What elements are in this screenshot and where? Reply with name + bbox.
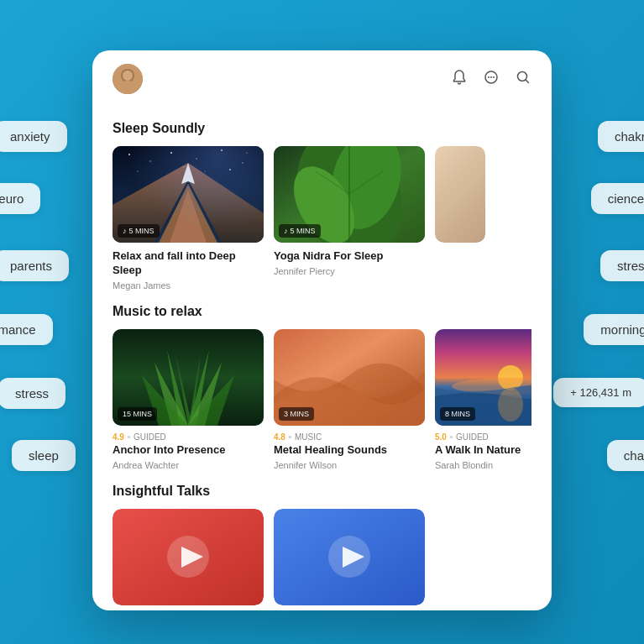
media-card-anchor[interactable]: 15 MINS 4.9 GUIDED Anchor Into Presence … bbox=[113, 329, 264, 470]
svg-point-5 bbox=[488, 76, 490, 78]
svg-point-11 bbox=[149, 160, 151, 162]
media-type-3: GUIDED bbox=[456, 432, 489, 442]
note-icon-1: ♪ bbox=[123, 227, 127, 235]
insightful-talks-row bbox=[113, 509, 531, 610]
media-meta-3: 5.0 GUIDED bbox=[435, 432, 531, 442]
thumb-waves: 3 MINS bbox=[274, 329, 425, 426]
svg-point-45 bbox=[498, 388, 523, 421]
media-meta-2: 4.8 MUSIC bbox=[274, 432, 425, 442]
duration-badge-1: ♪ 5 MINS bbox=[118, 224, 160, 238]
thumb-partial-1 bbox=[435, 146, 485, 243]
bell-icon[interactable] bbox=[451, 69, 468, 90]
media-author-5: Sarah Blondin bbox=[435, 460, 531, 470]
svg-point-20 bbox=[229, 169, 231, 170]
thumb-sunset: 8 MINS bbox=[435, 329, 531, 426]
svg-point-15 bbox=[242, 162, 243, 164]
svg-point-19 bbox=[204, 170, 205, 171]
music-relax-title: Music to relax bbox=[113, 304, 531, 319]
sleep-soundly-title: Sleep Soundly bbox=[113, 121, 531, 136]
media-type-1: GUIDED bbox=[134, 432, 166, 442]
media-card-partial-1[interactable] bbox=[435, 146, 531, 291]
media-title-3: Anchor Into Presence bbox=[113, 443, 264, 458]
media-meta-1: 4.9 GUIDED bbox=[113, 432, 264, 442]
thumb-talk-1 bbox=[113, 509, 264, 605]
rating-3: 5.0 bbox=[435, 432, 447, 442]
main-card: Sleep Soundly bbox=[92, 50, 552, 610]
search-icon[interactable] bbox=[515, 69, 531, 90]
media-title-1: Relax and fall into Deep Sleep bbox=[113, 249, 264, 278]
media-card-talk-1[interactable] bbox=[113, 509, 264, 610]
media-card-yoga-nidra[interactable]: ♪ 5 MINS Yoga Nidra For Sleep Jennifer P… bbox=[274, 146, 425, 291]
sleep-soundly-row: ♪ 5 MINS Relax and fall into Deep Sleep … bbox=[113, 146, 531, 291]
svg-marker-24 bbox=[181, 163, 195, 184]
avatar[interactable] bbox=[113, 64, 143, 94]
card-content[interactable]: Sleep Soundly bbox=[92, 101, 552, 610]
svg-point-12 bbox=[170, 152, 172, 154]
duration-badge-4: 3 MINS bbox=[279, 407, 314, 421]
svg-point-6 bbox=[490, 76, 492, 78]
svg-point-17 bbox=[137, 170, 138, 171]
media-author-1: Megan James bbox=[113, 280, 264, 291]
meta-dot-2 bbox=[289, 436, 291, 438]
media-author-4: Jennifer Wilson bbox=[274, 460, 425, 470]
duration-badge-5: 8 MINS bbox=[440, 407, 475, 421]
svg-point-7 bbox=[493, 76, 495, 78]
card-header bbox=[92, 50, 552, 101]
media-type-2: MUSIC bbox=[295, 432, 322, 442]
meta-dot-1 bbox=[128, 436, 130, 438]
svg-point-8 bbox=[518, 71, 527, 81]
thumb-plants: 15 MINS bbox=[113, 329, 264, 426]
media-author-3: Andrea Wachter bbox=[113, 460, 264, 470]
message-icon[interactable] bbox=[483, 69, 500, 90]
svg-point-14 bbox=[221, 149, 223, 151]
media-card-talk-2[interactable] bbox=[274, 509, 425, 610]
svg-marker-22 bbox=[159, 184, 217, 243]
svg-point-18 bbox=[183, 166, 185, 168]
media-title-2: Yoga Nidra For Sleep bbox=[274, 249, 425, 264]
duration-badge-3: 15 MINS bbox=[118, 407, 157, 421]
meta-dot-3 bbox=[450, 436, 453, 438]
header-icons bbox=[451, 69, 531, 90]
svg-point-3 bbox=[123, 71, 133, 81]
media-card-metal[interactable]: 3 MINS 4.8 MUSIC Metal Healing Sounds Je… bbox=[274, 329, 425, 470]
media-card-relax-sleep[interactable]: ♪ 5 MINS Relax and fall into Deep Sleep … bbox=[113, 146, 264, 291]
thumb-talk-2 bbox=[274, 509, 425, 605]
insightful-talks-title: Insightful Talks bbox=[113, 484, 531, 499]
duration-badge-2: ♪ 5 MINS bbox=[279, 224, 321, 238]
svg-point-10 bbox=[128, 154, 130, 155]
rating-1: 4.9 bbox=[113, 432, 124, 442]
media-title-5: A Walk In Nature bbox=[435, 443, 531, 458]
media-title-4: Metal Healing Sounds bbox=[274, 443, 425, 458]
music-relax-row: 15 MINS 4.9 GUIDED Anchor Into Presence … bbox=[113, 329, 531, 470]
media-card-nature[interactable]: 8 MINS 5.0 GUIDED A Walk In Nature Sarah… bbox=[435, 329, 531, 470]
thumb-leaf: ♪ 5 MINS bbox=[274, 146, 425, 243]
thumb-mountain: ♪ 5 MINS bbox=[113, 146, 264, 243]
note-icon-2: ♪ bbox=[284, 227, 288, 235]
svg-point-16 bbox=[246, 152, 247, 153]
svg-marker-23 bbox=[170, 190, 207, 243]
media-author-2: Jennifer Piercy bbox=[274, 266, 425, 276]
rating-2: 4.8 bbox=[274, 432, 285, 442]
avatar-image bbox=[113, 64, 143, 94]
svg-point-13 bbox=[196, 158, 196, 159]
